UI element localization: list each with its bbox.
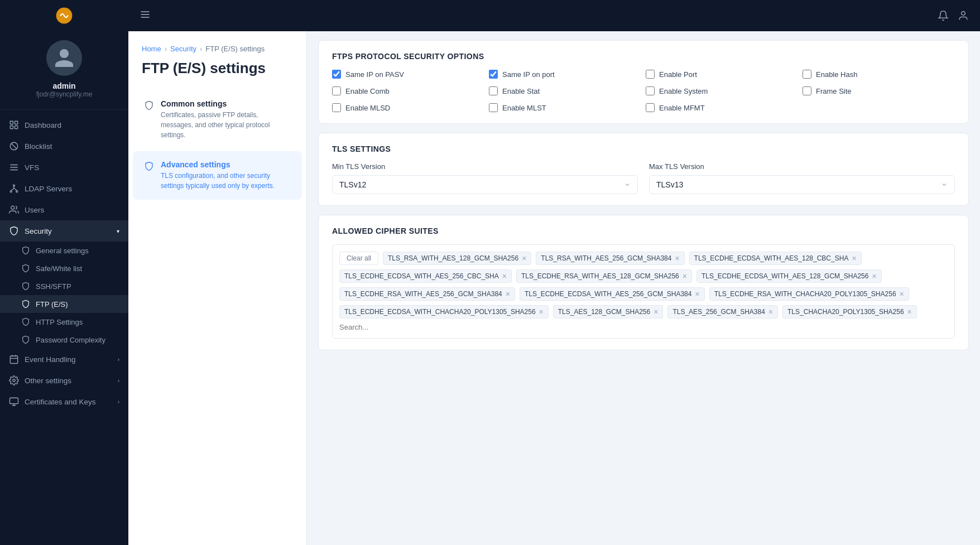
checkbox-enable-mfmt-input[interactable] [646, 103, 655, 112]
user-avatar-icon [53, 47, 75, 69]
checkbox-enable-port-input[interactable] [646, 70, 655, 79]
cipher-tag-label: TLS_ECDHE_ECDSA_WITH_CHACHA20_POLY1305_S… [344, 308, 536, 316]
cipher-remove-button[interactable]: × [872, 272, 876, 280]
sidebar-item-certificates[interactable]: Certificates and Keys › [0, 391, 128, 412]
clear-all-button[interactable]: Clear all [339, 252, 378, 265]
checkbox-label: Enable Stat [502, 87, 540, 95]
min-tls-select[interactable]: TLSv10 TLSv11 TLSv12 TLSv13 [332, 175, 638, 194]
cipher-tag: TLS_ECDHE_ECDSA_WITH_AES_256_GCM_SHA384 … [520, 287, 705, 301]
max-tls-select[interactable]: TLSv10 TLSv11 TLSv12 TLSv13 [649, 175, 955, 194]
bell-icon[interactable] [938, 10, 949, 21]
sidebar-sub-label: HTTP Settings [36, 318, 83, 326]
security-icon [9, 226, 19, 236]
checkbox-enable-mfmt[interactable]: Enable MFMT [646, 103, 798, 112]
checkbox-label: Frame Site [816, 87, 852, 95]
checkbox-enable-system-input[interactable] [646, 86, 655, 95]
checkbox-enable-comb-input[interactable] [332, 86, 341, 95]
user-icon[interactable] [958, 10, 969, 21]
panel-section-advanced[interactable]: Advanced settings TLS configuration, and… [133, 151, 302, 200]
checkbox-same-ip-port-input[interactable] [489, 70, 498, 79]
checkbox-enable-port[interactable]: Enable Port [646, 70, 798, 79]
cipher-remove-button[interactable]: × [506, 290, 510, 298]
breadcrumb-security[interactable]: Security [170, 45, 196, 53]
chevron-right-icon: › [118, 378, 119, 384]
checkbox-enable-hash-input[interactable] [803, 70, 811, 79]
sidebar-item-label: LDAP Servers [25, 185, 72, 193]
common-settings-desc: Certificates, passive FTP details, messa… [161, 110, 291, 140]
common-settings-text: Common settings Certificates, passive FT… [161, 99, 291, 140]
sidebar-nav: Dashboard Blocklist VFS LDAP Servers Use… [0, 110, 128, 545]
cipher-remove-button[interactable]: × [683, 272, 687, 280]
avatar [46, 40, 82, 76]
checkbox-same-ip-port[interactable]: Same IP on port [489, 70, 641, 79]
settings-icon [9, 375, 19, 385]
cipher-remove-button[interactable]: × [768, 308, 773, 316]
sidebar-item-dashboard[interactable]: Dashboard [0, 114, 128, 136]
sidebar-item-ssh-sftp[interactable]: SSH/SFTP [0, 277, 128, 295]
users-icon [9, 205, 19, 215]
menu-toggle-button[interactable] [140, 9, 151, 22]
checkbox-label: Enable MLST [502, 104, 546, 112]
svg-point-20 [962, 12, 965, 16]
checkbox-same-ip-pasv-input[interactable] [332, 70, 341, 79]
checkbox-same-ip-pasv[interactable]: Same IP on PASV [332, 70, 484, 79]
checkbox-frame-site[interactable]: Frame Site [803, 86, 955, 95]
cipher-tag-label: TLS_ECDHE_ECDSA_WITH_AES_128_CBC_SHA [694, 254, 849, 262]
sidebar-item-password-complexity[interactable]: Password Complexity [0, 331, 128, 349]
sidebar-item-general-settings[interactable]: General settings [0, 242, 128, 259]
cipher-tag-label: TLS_AES_128_GCM_SHA256 [558, 308, 650, 316]
chevron-down-icon: ▾ [117, 228, 119, 234]
cipher-remove-button[interactable]: × [539, 308, 544, 316]
checkbox-enable-stat-input[interactable] [489, 86, 498, 95]
checkbox-enable-mlst[interactable]: Enable MLST [489, 103, 641, 112]
checkbox-enable-hash[interactable]: Enable Hash [803, 70, 955, 79]
sidebar-item-ldap[interactable]: LDAP Servers [0, 178, 128, 199]
checkbox-enable-mlsd[interactable]: Enable MLSD [332, 103, 484, 112]
cipher-remove-button[interactable]: × [852, 254, 856, 262]
hamburger-icon [140, 9, 151, 20]
sidebar-item-security[interactable]: Security ▾ [0, 220, 128, 242]
breadcrumb-home[interactable]: Home [142, 45, 161, 53]
event-icon [9, 354, 19, 364]
cipher-remove-button[interactable]: × [675, 254, 679, 262]
content-area: Home › Security › FTP (E/S) settings FTP… [128, 31, 980, 545]
checkbox-enable-comb[interactable]: Enable Comb [332, 86, 484, 95]
sidebar-item-event-handling[interactable]: Event Handling › [0, 349, 128, 370]
checkbox-label: Same IP on port [502, 70, 555, 79]
ftps-checkbox-grid: Same IP on PASV Same IP on port Enable P… [332, 70, 955, 112]
sidebar: admin fjodr@syncplify.me Dashboard Block… [0, 0, 128, 545]
cipher-tag: TLS_RSA_WITH_AES_256_GCM_SHA384 × [536, 252, 684, 265]
cipher-tag-label: TLS_ECDHE_RSA_WITH_CHACHA20_POLY1305_SHA… [714, 290, 896, 298]
cipher-remove-button[interactable]: × [654, 308, 658, 316]
cipher-remove-button[interactable]: × [907, 308, 912, 316]
checkbox-enable-stat[interactable]: Enable Stat [489, 86, 641, 95]
sidebar-item-blocklist[interactable]: Blocklist [0, 136, 128, 157]
left-panel: Home › Security › FTP (E/S) settings FTP… [128, 31, 307, 545]
checkbox-enable-system[interactable]: Enable System [646, 86, 798, 95]
cipher-tag-label: TLS_ECDHE_ECDSA_WITH_AES_256_CBC_SHA [344, 272, 499, 280]
checkbox-label: Enable Hash [816, 70, 857, 79]
checkbox-frame-site-input[interactable] [803, 86, 811, 95]
sidebar-item-users[interactable]: Users [0, 199, 128, 220]
sidebar-item-label: Other settings [25, 377, 71, 385]
cipher-tag-label: TLS_CHACHA20_POLY1305_SHA256 [787, 308, 904, 316]
cipher-remove-button[interactable]: × [900, 290, 904, 298]
panel-section-common[interactable]: Common settings Certificates, passive FT… [133, 90, 302, 149]
breadcrumb-sep: › [200, 45, 202, 53]
cipher-remove-button[interactable]: × [502, 272, 507, 280]
checkbox-enable-mlst-input[interactable] [489, 103, 498, 112]
sidebar-item-vfs[interactable]: VFS [0, 157, 128, 178]
checkbox-enable-mlsd-input[interactable] [332, 103, 341, 112]
breadcrumb-current: FTP (E/S) settings [205, 45, 265, 53]
min-tls-label: Min TLS Version [332, 162, 638, 171]
sidebar-item-safe-white-list[interactable]: Safe/White list [0, 259, 128, 277]
cipher-remove-button[interactable]: × [522, 254, 526, 262]
cipher-remove-button[interactable]: × [695, 290, 699, 298]
advanced-settings-text: Advanced settings TLS configuration, and… [161, 160, 291, 191]
sidebar-item-http-settings[interactable]: HTTP Settings [0, 313, 128, 331]
sidebar-item-ftp-es[interactable]: FTP (E/S) [0, 295, 128, 313]
cipher-search-input[interactable] [339, 323, 433, 331]
checkbox-label: Enable Comb [345, 87, 390, 95]
sidebar-item-other-settings[interactable]: Other settings › [0, 370, 128, 391]
cipher-tag-label: TLS_ECDHE_ECDSA_WITH_AES_128_GCM_SHA256 [702, 272, 868, 280]
